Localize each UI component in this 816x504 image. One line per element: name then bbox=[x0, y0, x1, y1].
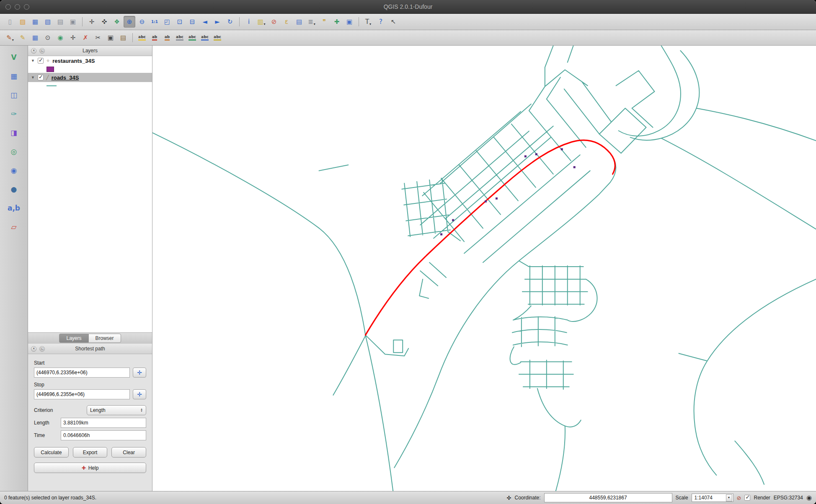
move-label[interactable]: abc bbox=[186, 32, 198, 44]
select-features[interactable]: ▥▾ bbox=[256, 16, 267, 28]
clear-button[interactable]: Clear bbox=[111, 447, 146, 458]
pan-to-selection[interactable]: ❖ bbox=[111, 16, 123, 28]
crs-status-icon[interactable]: ◉ bbox=[806, 495, 812, 501]
whats-this[interactable]: ↖ bbox=[387, 16, 399, 28]
show-hidden-labels[interactable]: abc bbox=[174, 32, 186, 44]
tab-layers[interactable]: Layers bbox=[59, 334, 88, 343]
expander-icon[interactable]: ▼ bbox=[31, 59, 35, 63]
zoom-out[interactable]: ⊖ bbox=[136, 16, 148, 28]
add-delimited-text-layer[interactable]: a,b bbox=[7, 201, 21, 215]
layer-visibility-checkbox[interactable] bbox=[38, 58, 44, 64]
help-button[interactable]: ✚ Help bbox=[34, 463, 146, 473]
close-window-button[interactable] bbox=[5, 4, 11, 10]
show-bookmarks[interactable]: ▣ bbox=[343, 16, 355, 28]
tab-browser[interactable]: Browser bbox=[88, 334, 121, 343]
pick-start-button[interactable]: ✛ bbox=[133, 368, 146, 378]
cut-features[interactable]: ✂ bbox=[92, 32, 104, 44]
panel-tab-bar: Layers Browser bbox=[28, 332, 152, 344]
rotate-label[interactable]: abc bbox=[199, 32, 211, 44]
restaurant-point bbox=[440, 233, 442, 235]
highlight-pinned-labels-icon: ab bbox=[165, 35, 170, 41]
delete-selected-icon: ✗ bbox=[83, 35, 88, 41]
zoom-in[interactable]: ⊕ bbox=[124, 16, 135, 28]
open-project[interactable]: ▨ bbox=[17, 16, 28, 28]
point-layer-icon: ✧ bbox=[46, 58, 50, 64]
change-label-properties[interactable]: abc bbox=[212, 32, 223, 44]
zoom-next-icon: ► bbox=[215, 19, 220, 25]
new-bookmark-icon: ✚ bbox=[334, 19, 340, 25]
zoom-last[interactable]: ◄ bbox=[199, 16, 211, 28]
composer-manager[interactable]: ▣ bbox=[67, 16, 79, 28]
stop-input[interactable] bbox=[34, 389, 130, 399]
zoom-window-button[interactable] bbox=[24, 4, 29, 10]
measure[interactable]: ≣▾ bbox=[306, 16, 318, 28]
restaurant-point bbox=[496, 198, 498, 200]
add-mssql-layer[interactable]: ◨ bbox=[7, 126, 21, 139]
zoom-full[interactable]: ◰ bbox=[161, 16, 173, 28]
stop-render-icon[interactable]: ⊘ bbox=[737, 495, 741, 501]
pan-to-selection-icon: ❖ bbox=[114, 19, 119, 25]
layer-row-restaurants[interactable]: ▼ ✧ restaurants_34S bbox=[28, 56, 152, 65]
new-print-composer[interactable]: ▤ bbox=[54, 16, 66, 28]
new-project[interactable]: ▯ bbox=[4, 16, 16, 28]
new-bookmark[interactable]: ✚ bbox=[331, 16, 343, 28]
expander-icon[interactable]: ▼ bbox=[31, 75, 35, 80]
coordinate-input[interactable] bbox=[544, 493, 672, 502]
time-label: Time bbox=[34, 432, 57, 438]
export-button[interactable]: Export bbox=[73, 447, 108, 458]
layer-row-roads[interactable]: ▼ ╱ roads_34S bbox=[28, 73, 152, 82]
move-feature[interactable]: ✛ bbox=[67, 32, 79, 44]
add-spatialite-layer[interactable]: ✑ bbox=[7, 107, 21, 121]
add-wcs-layer[interactable]: ◉ bbox=[7, 164, 21, 177]
zoom-native[interactable]: 1:1 bbox=[149, 16, 160, 28]
toolbar-separator bbox=[239, 17, 240, 26]
render-checkbox[interactable] bbox=[744, 495, 750, 501]
add-wms-layer[interactable]: ◎ bbox=[7, 145, 21, 158]
zoom-to-layer[interactable]: ⊟ bbox=[186, 16, 198, 28]
map-tips[interactable]: ❞ bbox=[318, 16, 330, 28]
delete-selected[interactable]: ✗ bbox=[80, 32, 91, 44]
save-project[interactable]: ▦ bbox=[29, 16, 41, 28]
save-project-as[interactable]: ▧ bbox=[42, 16, 54, 28]
text-annotation[interactable]: T▾ bbox=[362, 16, 374, 28]
minimize-window-button[interactable] bbox=[15, 4, 20, 10]
zoom-full-icon: ◰ bbox=[164, 19, 170, 25]
help-contents[interactable]: ? bbox=[375, 16, 387, 28]
shortest-path-route bbox=[365, 140, 615, 335]
calculate-button[interactable]: Calculate bbox=[34, 447, 69, 458]
add-raster-layer[interactable]: ▦ bbox=[7, 69, 21, 83]
labeling[interactable]: abc bbox=[136, 32, 148, 44]
copy-features[interactable]: ▣ bbox=[105, 32, 116, 44]
save-layer-edits[interactable]: ▦ bbox=[29, 32, 41, 44]
paste-features[interactable]: ▤ bbox=[117, 32, 129, 44]
layer-visibility-checkbox[interactable] bbox=[38, 75, 44, 80]
current-edits[interactable]: ✎▾ bbox=[4, 32, 16, 44]
crosshair-icon: ✛ bbox=[137, 391, 142, 398]
pin-labels[interactable]: ab bbox=[149, 32, 160, 44]
start-label: Start bbox=[34, 360, 146, 366]
pan-map[interactable]: ✜ bbox=[98, 16, 110, 28]
highlight-pinned-labels[interactable]: ab bbox=[161, 32, 173, 44]
zoom-to-selection[interactable]: ⊡ bbox=[174, 16, 186, 28]
new-shapefile-layer[interactable]: ▱ bbox=[7, 220, 21, 234]
criterion-select[interactable]: Length bbox=[87, 405, 146, 415]
add-feature[interactable]: ◉ bbox=[54, 32, 66, 44]
scale-combo[interactable]: 1:14074 ▼ bbox=[692, 494, 733, 502]
zoom-next[interactable]: ► bbox=[212, 16, 223, 28]
touch-zoom-pan[interactable]: ✛ bbox=[86, 16, 98, 28]
map-svg[interactable] bbox=[152, 46, 816, 491]
refresh-map[interactable]: ↻ bbox=[224, 16, 236, 28]
node-tool[interactable]: ⊙ bbox=[42, 32, 54, 44]
add-wfs-layer[interactable]: ● bbox=[7, 183, 21, 196]
map-canvas[interactable] bbox=[152, 46, 816, 491]
add-vector-layer[interactable]: V bbox=[7, 51, 21, 64]
open-attribute-table[interactable]: ▤ bbox=[293, 16, 305, 28]
toggle-editing[interactable]: ✎ bbox=[17, 32, 28, 44]
identify-features[interactable]: i bbox=[243, 16, 255, 28]
start-input[interactable] bbox=[34, 368, 130, 378]
run-feature-action[interactable]: ε bbox=[281, 16, 292, 28]
pick-stop-button[interactable]: ✛ bbox=[133, 389, 146, 399]
add-postgis-layer[interactable]: ◫ bbox=[7, 88, 21, 102]
layer-list: ▼ ✧ restaurants_34S ▼ ╱ roads_34S bbox=[28, 56, 152, 332]
deselect-features[interactable]: ⊘ bbox=[268, 16, 280, 28]
